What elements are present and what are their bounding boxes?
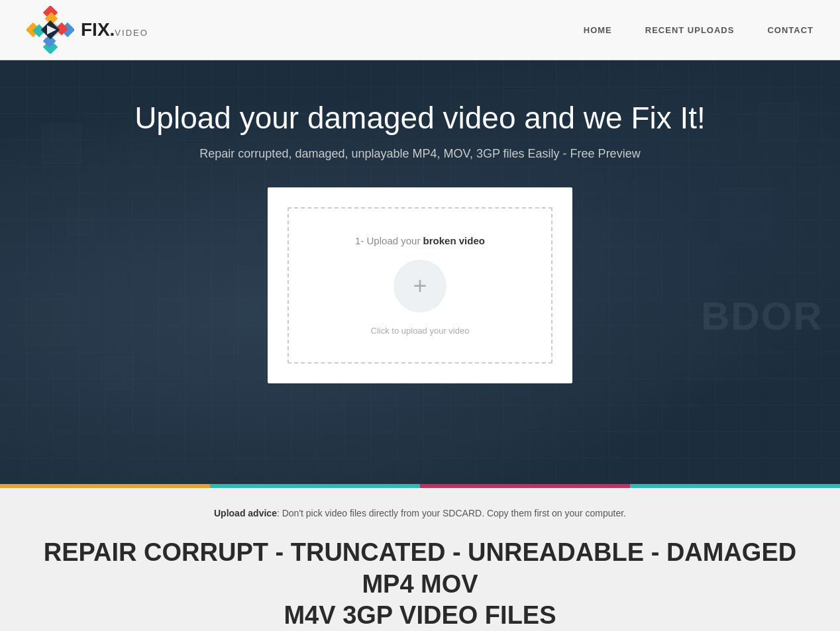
hero-section: BDOR Upload your damaged video and we Fi… — [0, 60, 840, 484]
upload-step-label: 1- Upload your broken video — [355, 235, 485, 246]
nav-home[interactable]: HOME — [584, 25, 612, 35]
hero-subtitle: Repair corrupted, damaged, unplayable MP… — [122, 147, 718, 161]
color-bar — [0, 484, 840, 488]
nav-contact[interactable]: CONTACT — [767, 25, 814, 35]
logo-text: FIX.VIDEO — [81, 19, 148, 40]
nav-recent-uploads[interactable]: RECENT UPLOADS — [645, 25, 735, 35]
main-nav: HOME RECENT UPLOADS CONTACT — [584, 25, 814, 35]
color-bar-teal — [210, 484, 420, 488]
logo[interactable]: FIX.VIDEO — [26, 6, 148, 54]
upload-plus-button[interactable]: + — [394, 260, 446, 313]
below-hero-section: Upload advice: Don't pick video files di… — [0, 488, 840, 631]
upload-advice: Upload advice: Don't pick video files di… — [26, 508, 814, 518]
repair-heading: REPAIR CORRUPT - TRUNCATED - UNREADABLE … — [26, 537, 814, 631]
logo-icon — [26, 6, 74, 54]
hero-title: Upload your damaged video and we Fix It! — [122, 100, 718, 136]
upload-dropzone[interactable]: 1- Upload your broken video + Click to u… — [288, 207, 552, 364]
color-bar-orange — [0, 484, 210, 488]
color-bar-red — [420, 484, 630, 488]
hero-content: Upload your damaged video and we Fix It!… — [122, 100, 718, 187]
site-header: FIX.VIDEO HOME RECENT UPLOADS CONTACT — [0, 0, 840, 60]
color-bar-teal2 — [630, 484, 840, 488]
upload-click-label: Click to upload your video — [371, 326, 470, 336]
upload-card: 1- Upload your broken video + Click to u… — [268, 187, 572, 383]
